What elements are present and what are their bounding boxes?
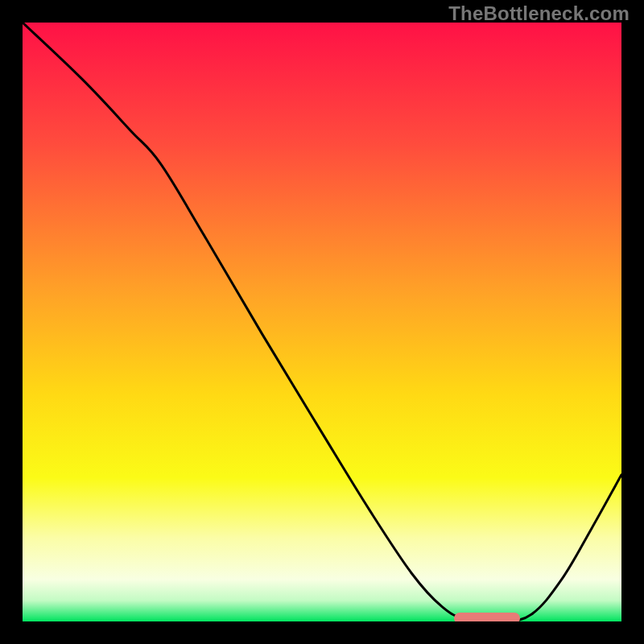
optimal-range-marker: [454, 613, 520, 621]
plot-area: [23, 23, 621, 621]
chart-frame: TheBottleneck.com: [0, 0, 644, 644]
watermark-text: TheBottleneck.com: [448, 2, 630, 25]
bottleneck-curve: [23, 23, 621, 621]
